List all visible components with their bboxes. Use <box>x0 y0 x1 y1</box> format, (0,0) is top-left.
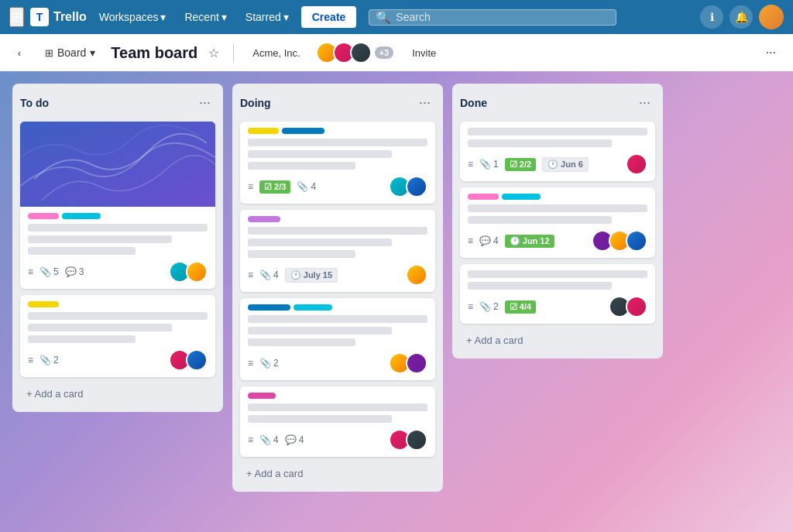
card-text-9 <box>248 162 355 170</box>
trello-logo[interactable]: T Trello <box>30 8 87 26</box>
card-1[interactable]: ≡ 📎 5 💬 3 <box>20 122 215 289</box>
label-cyan <box>62 213 101 219</box>
paperclip-icon: 📎 <box>259 269 271 280</box>
comment-icon: 💬 <box>285 434 297 445</box>
user-avatar[interactable] <box>759 5 784 29</box>
menu-icon: ≡ <box>248 358 253 369</box>
more-members-badge[interactable]: +3 <box>375 46 394 59</box>
card-footer-2: ≡ 📎 2 <box>28 349 208 371</box>
board-view-button[interactable]: ⊞ Board ▾ <box>37 43 103 62</box>
column-title-done: Done <box>460 97 487 109</box>
card-text-13 <box>248 315 427 323</box>
create-button[interactable]: Create <box>301 6 357 28</box>
column-menu-doing[interactable]: ··· <box>414 93 435 112</box>
starred-menu[interactable]: Starred ▾ <box>239 8 295 26</box>
chevron-left-icon: ‹ <box>18 47 21 59</box>
label-pink <box>28 213 59 219</box>
info-icon: ℹ <box>710 11 714 23</box>
card-8[interactable]: ≡ 💬 4 🕐 Jun 12 <box>460 187 655 258</box>
paperclip-icon: 📎 <box>39 266 51 277</box>
card-labels-8 <box>468 194 647 200</box>
member-avatars: +3 <box>316 42 394 63</box>
menu-icon: ≡ <box>248 181 253 192</box>
column-title-todo: To do <box>20 97 49 109</box>
grid-menu-button[interactable]: ⊞ <box>9 7 24 27</box>
card-6[interactable]: ≡ 📎 4 💬 4 <box>240 386 435 457</box>
card-avatar-2b <box>186 349 208 371</box>
label-yellow-3 <box>248 128 279 134</box>
paperclip-icon: 📎 <box>259 358 271 369</box>
add-card-doing[interactable]: + Add a card <box>240 463 435 484</box>
menu-icon: ≡ <box>248 434 253 445</box>
attachments-count: 📎 5 <box>39 266 59 277</box>
card-text-20 <box>468 204 647 212</box>
add-card-done[interactable]: + Add a card <box>460 330 655 351</box>
trello-logo-text: Trello <box>53 10 87 24</box>
card-meta-2: ≡ 📎 2 <box>28 355 59 366</box>
column-title-doing: Doing <box>240 97 271 109</box>
card-footer-8: ≡ 💬 4 🕐 Jun 12 <box>468 230 647 252</box>
info-button[interactable]: ℹ <box>700 5 723 29</box>
column-doing: Doing ··· ≡ ☑ 2/3 📎 4 <box>232 84 443 492</box>
label-pink-8 <box>468 194 499 200</box>
attachments-count: 📎 2 <box>259 358 279 369</box>
card-7[interactable]: ≡ 📎 1 ☑ 2/2 🕐 Jun 6 <box>460 122 655 181</box>
workspaces-menu[interactable]: Workspaces ▾ <box>93 8 173 26</box>
search-input[interactable] <box>396 11 609 23</box>
nav-right-section: ℹ 🔔 <box>700 5 784 29</box>
card-avatars-1 <box>169 261 208 283</box>
board-area: To do ··· <box>0 71 793 532</box>
label-cyan-5 <box>294 304 332 311</box>
recent-menu[interactable]: Recent ▾ <box>178 8 232 26</box>
more-options-button[interactable]: ··· <box>758 43 784 63</box>
notifications-button[interactable]: 🔔 <box>729 5 753 29</box>
card-footer-1: ≡ 📎 5 💬 3 <box>28 261 208 283</box>
chevron-down-icon: ▾ <box>90 46 95 59</box>
member-avatar-3[interactable] <box>350 42 372 63</box>
column-menu-done[interactable]: ··· <box>634 93 655 112</box>
card-labels-2 <box>28 301 208 307</box>
menu-icon: ≡ <box>468 159 473 170</box>
card-3[interactable]: ≡ ☑ 2/3 📎 4 <box>240 122 435 204</box>
card-labels-1 <box>28 213 208 219</box>
card-text-12 <box>248 250 355 258</box>
comment-icon: 💬 <box>479 235 491 246</box>
add-card-todo[interactable]: + Add a card <box>20 383 215 404</box>
card-meta-3: ≡ ☑ 2/3 📎 4 <box>248 180 316 194</box>
star-button[interactable]: ☆ <box>205 44 222 62</box>
column-header-done: Done ··· <box>460 91 655 115</box>
sidebar-toggle-button[interactable]: ‹ <box>9 43 29 63</box>
board-icon: ⊞ <box>45 47 53 59</box>
invite-button[interactable]: Invite <box>401 43 447 63</box>
card-labels-5 <box>248 304 427 311</box>
card-avatars-7 <box>626 153 647 175</box>
card-avatars-3 <box>389 176 427 197</box>
card-text-23 <box>468 282 612 290</box>
workspace-name[interactable]: Acme, Inc. <box>245 44 307 62</box>
card-meta-8: ≡ 💬 4 🕐 Jun 12 <box>468 235 554 248</box>
search-box[interactable]: 🔍 <box>369 9 616 26</box>
paperclip-icon: 📎 <box>479 301 491 312</box>
attachments-count: 📎 2 <box>479 301 499 312</box>
card-4[interactable]: ≡ 📎 4 🕐 July 15 <box>240 210 435 292</box>
column-menu-todo[interactable]: ··· <box>194 93 215 112</box>
chevron-down-icon: ▾ <box>283 11 289 23</box>
card-cover-1 <box>20 122 215 207</box>
card-footer-7: ≡ 📎 1 ☑ 2/2 🕐 Jun 6 <box>468 153 647 175</box>
search-icon: 🔍 <box>376 10 391 25</box>
card-footer-5: ≡ 📎 2 <box>248 352 427 374</box>
card-text-7 <box>248 139 427 146</box>
card-text-8 <box>248 150 392 158</box>
card-footer-6: ≡ 📎 4 💬 4 <box>248 429 427 451</box>
card-5[interactable]: ≡ 📎 2 <box>240 298 435 380</box>
card-2[interactable]: ≡ 📎 2 <box>20 295 215 377</box>
divider <box>233 43 234 62</box>
card-text-10 <box>248 227 427 235</box>
card-meta-5: ≡ 📎 2 <box>248 358 279 369</box>
chevron-down-icon: ▾ <box>221 11 227 23</box>
card-cover-svg <box>20 122 215 201</box>
card-avatars-8 <box>592 230 647 252</box>
card-text-11 <box>248 239 392 246</box>
card-9[interactable]: ≡ 📎 2 ☑ 4/4 <box>460 264 655 324</box>
card-text-5 <box>28 324 172 331</box>
